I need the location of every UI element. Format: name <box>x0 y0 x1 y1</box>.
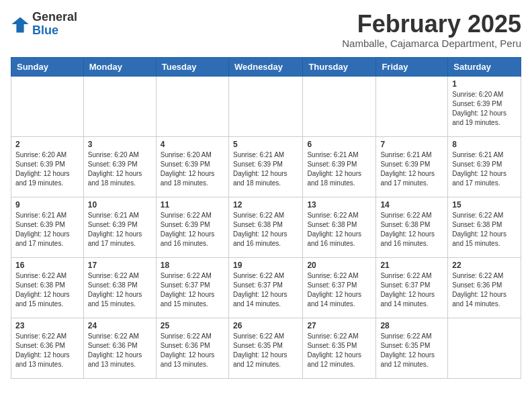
weekday-header-wednesday: Wednesday <box>228 57 302 76</box>
weekday-header-row: SundayMondayTuesdayWednesdayThursdayFrid… <box>11 57 521 76</box>
calendar-cell: 22Sunrise: 6:22 AM Sunset: 6:36 PM Dayli… <box>448 257 521 318</box>
page-header: General Blue February 2025 Namballe, Caj… <box>11 11 521 49</box>
day-info: Sunrise: 6:22 AM Sunset: 6:37 PM Dayligh… <box>161 271 224 309</box>
day-info: Sunrise: 6:22 AM Sunset: 6:38 PM Dayligh… <box>233 211 298 248</box>
day-number: 12 <box>233 200 298 210</box>
weekday-header-monday: Monday <box>83 57 156 76</box>
day-info: Sunrise: 6:22 AM Sunset: 6:39 PM Dayligh… <box>161 211 224 248</box>
calendar-cell <box>11 76 84 136</box>
day-number: 8 <box>452 140 517 149</box>
calendar-cell: 10Sunrise: 6:21 AM Sunset: 6:39 PM Dayli… <box>83 197 156 257</box>
calendar-title-section: February 2025 Namballe, Cajamarca Depart… <box>342 11 521 49</box>
day-info: Sunrise: 6:22 AM Sunset: 6:38 PM Dayligh… <box>15 271 79 309</box>
day-info: Sunrise: 6:22 AM Sunset: 6:36 PM Dayligh… <box>15 332 79 369</box>
calendar-cell: 14Sunrise: 6:22 AM Sunset: 6:38 PM Dayli… <box>376 197 448 257</box>
calendar-cell: 15Sunrise: 6:22 AM Sunset: 6:38 PM Dayli… <box>448 197 521 257</box>
calendar-cell <box>156 76 228 136</box>
day-number: 19 <box>233 261 298 270</box>
day-info: Sunrise: 6:21 AM Sunset: 6:39 PM Dayligh… <box>380 150 443 188</box>
calendar-title: February 2025 <box>342 11 521 38</box>
day-number: 21 <box>380 261 443 270</box>
day-info: Sunrise: 6:20 AM Sunset: 6:39 PM Dayligh… <box>88 150 152 188</box>
day-info: Sunrise: 6:20 AM Sunset: 6:39 PM Dayligh… <box>15 150 79 188</box>
calendar-cell: 2Sunrise: 6:20 AM Sunset: 6:39 PM Daylig… <box>11 136 84 197</box>
weekday-header-thursday: Thursday <box>303 57 376 76</box>
weekday-header-friday: Friday <box>376 57 448 76</box>
day-number: 6 <box>307 140 371 149</box>
logo-icon <box>11 15 30 34</box>
day-number: 4 <box>161 140 224 149</box>
calendar-week-row: 2Sunrise: 6:20 AM Sunset: 6:39 PM Daylig… <box>11 136 521 197</box>
day-info: Sunrise: 6:21 AM Sunset: 6:39 PM Dayligh… <box>452 150 517 188</box>
calendar-cell: 17Sunrise: 6:22 AM Sunset: 6:38 PM Dayli… <box>83 257 156 318</box>
calendar-cell: 19Sunrise: 6:22 AM Sunset: 6:37 PM Dayli… <box>228 257 302 318</box>
calendar-week-row: 9Sunrise: 6:21 AM Sunset: 6:39 PM Daylig… <box>11 197 521 257</box>
day-number: 3 <box>88 140 152 149</box>
calendar-cell <box>448 318 521 378</box>
day-number: 17 <box>88 261 152 270</box>
day-number: 25 <box>161 321 224 330</box>
calendar-subtitle: Namballe, Cajamarca Department, Peru <box>342 38 521 49</box>
calendar-cell: 26Sunrise: 6:22 AM Sunset: 6:35 PM Dayli… <box>228 318 302 378</box>
day-info: Sunrise: 6:22 AM Sunset: 6:38 PM Dayligh… <box>88 271 152 309</box>
day-number: 18 <box>161 261 224 270</box>
day-number: 22 <box>452 261 517 270</box>
calendar-cell: 18Sunrise: 6:22 AM Sunset: 6:37 PM Dayli… <box>156 257 228 318</box>
calendar-cell: 16Sunrise: 6:22 AM Sunset: 6:38 PM Dayli… <box>11 257 84 318</box>
day-info: Sunrise: 6:22 AM Sunset: 6:36 PM Dayligh… <box>452 271 517 309</box>
day-number: 23 <box>15 321 79 330</box>
day-number: 24 <box>88 321 152 330</box>
calendar-cell <box>376 76 448 136</box>
calendar-table: SundayMondayTuesdayWednesdayThursdayFrid… <box>11 57 521 379</box>
day-info: Sunrise: 6:22 AM Sunset: 6:38 PM Dayligh… <box>380 211 443 248</box>
day-info: Sunrise: 6:22 AM Sunset: 6:35 PM Dayligh… <box>380 332 443 369</box>
day-info: Sunrise: 6:22 AM Sunset: 6:35 PM Dayligh… <box>307 332 371 369</box>
logo: General Blue <box>11 11 77 38</box>
calendar-cell: 3Sunrise: 6:20 AM Sunset: 6:39 PM Daylig… <box>83 136 156 197</box>
calendar-week-row: 1Sunrise: 6:20 AM Sunset: 6:39 PM Daylig… <box>11 76 521 136</box>
day-number: 7 <box>380 140 443 149</box>
day-number: 11 <box>161 200 224 210</box>
day-info: Sunrise: 6:22 AM Sunset: 6:36 PM Dayligh… <box>88 332 152 369</box>
day-info: Sunrise: 6:22 AM Sunset: 6:38 PM Dayligh… <box>307 211 371 248</box>
calendar-cell: 4Sunrise: 6:20 AM Sunset: 6:39 PM Daylig… <box>156 136 228 197</box>
day-number: 27 <box>307 321 371 330</box>
weekday-header-tuesday: Tuesday <box>156 57 228 76</box>
calendar-cell: 28Sunrise: 6:22 AM Sunset: 6:35 PM Dayli… <box>376 318 448 378</box>
calendar-cell: 13Sunrise: 6:22 AM Sunset: 6:38 PM Dayli… <box>303 197 376 257</box>
calendar-cell: 24Sunrise: 6:22 AM Sunset: 6:36 PM Dayli… <box>83 318 156 378</box>
day-info: Sunrise: 6:21 AM Sunset: 6:39 PM Dayligh… <box>15 211 79 248</box>
calendar-cell: 7Sunrise: 6:21 AM Sunset: 6:39 PM Daylig… <box>376 136 448 197</box>
calendar-cell: 11Sunrise: 6:22 AM Sunset: 6:39 PM Dayli… <box>156 197 228 257</box>
day-number: 28 <box>380 321 443 330</box>
day-info: Sunrise: 6:21 AM Sunset: 6:39 PM Dayligh… <box>233 150 298 188</box>
calendar-cell: 21Sunrise: 6:22 AM Sunset: 6:37 PM Dayli… <box>376 257 448 318</box>
day-info: Sunrise: 6:21 AM Sunset: 6:39 PM Dayligh… <box>88 211 152 248</box>
day-info: Sunrise: 6:22 AM Sunset: 6:35 PM Dayligh… <box>233 332 298 369</box>
calendar-cell <box>303 76 376 136</box>
calendar-cell <box>228 76 302 136</box>
day-info: Sunrise: 6:20 AM Sunset: 6:39 PM Dayligh… <box>161 150 224 188</box>
day-info: Sunrise: 6:22 AM Sunset: 6:37 PM Dayligh… <box>233 271 298 309</box>
day-number: 1 <box>452 79 517 89</box>
calendar-cell: 12Sunrise: 6:22 AM Sunset: 6:38 PM Dayli… <box>228 197 302 257</box>
day-info: Sunrise: 6:22 AM Sunset: 6:36 PM Dayligh… <box>161 332 224 369</box>
calendar-cell: 27Sunrise: 6:22 AM Sunset: 6:35 PM Dayli… <box>303 318 376 378</box>
day-number: 20 <box>307 261 371 270</box>
logo-general-text: General <box>32 11 77 24</box>
day-number: 2 <box>15 140 79 149</box>
day-number: 14 <box>380 200 443 210</box>
day-number: 26 <box>233 321 298 330</box>
day-info: Sunrise: 6:22 AM Sunset: 6:37 PM Dayligh… <box>307 271 371 309</box>
day-info: Sunrise: 6:20 AM Sunset: 6:39 PM Dayligh… <box>452 90 517 128</box>
calendar-week-row: 16Sunrise: 6:22 AM Sunset: 6:38 PM Dayli… <box>11 257 521 318</box>
calendar-week-row: 23Sunrise: 6:22 AM Sunset: 6:36 PM Dayli… <box>11 318 521 378</box>
day-number: 9 <box>15 200 79 210</box>
day-info: Sunrise: 6:21 AM Sunset: 6:39 PM Dayligh… <box>307 150 371 188</box>
day-number: 5 <box>233 140 298 149</box>
calendar-cell <box>83 76 156 136</box>
day-number: 16 <box>15 261 79 270</box>
weekday-header-sunday: Sunday <box>11 57 84 76</box>
day-number: 10 <box>88 200 152 210</box>
day-info: Sunrise: 6:22 AM Sunset: 6:37 PM Dayligh… <box>380 271 443 309</box>
